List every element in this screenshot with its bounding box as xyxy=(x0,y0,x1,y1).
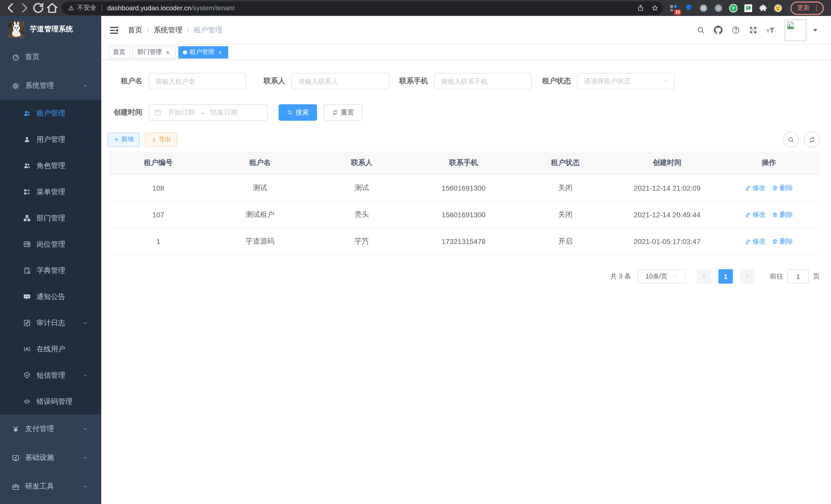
export-button[interactable]: 导出 xyxy=(145,132,177,147)
help-icon[interactable] xyxy=(731,26,740,34)
goto-label: 前往 xyxy=(770,272,783,281)
sidebar-item[interactable]: 角色管理 xyxy=(0,153,101,179)
sidebar-item[interactable]: 部门管理 xyxy=(0,205,101,231)
breadcrumb-item[interactable]: 系统管理 xyxy=(154,25,182,35)
bookmark-star-icon[interactable] xyxy=(651,4,659,12)
search-input[interactable] xyxy=(434,73,532,89)
browser-home-icon[interactable] xyxy=(45,1,59,15)
column-header: 租户名 xyxy=(209,152,311,174)
chevron-up-icon xyxy=(82,83,88,89)
sidebar-item[interactable]: 在线用户 xyxy=(0,336,101,362)
sidebar-toggle-icon[interactable] xyxy=(109,25,119,35)
refresh-table-button[interactable] xyxy=(804,131,820,147)
sidebar-item[interactable]: 通知公告 xyxy=(0,284,101,310)
sidebar-item[interactable]: 系统管理 xyxy=(0,71,101,100)
date-range-picker[interactable]: 开始日期 - 结束日期 xyxy=(148,104,268,121)
extension-record-icon[interactable] xyxy=(714,3,723,12)
svg-text:T: T xyxy=(767,29,770,34)
not-secure-label[interactable]: 不安全 xyxy=(77,4,96,12)
goto-page-input[interactable] xyxy=(787,269,809,284)
search-input[interactable] xyxy=(291,73,389,89)
breadcrumb-item[interactable]: 首页 xyxy=(128,25,142,35)
add-button[interactable]: 新增 xyxy=(107,132,140,147)
browser-forward-icon[interactable] xyxy=(18,1,31,15)
edit-link[interactable]: 修改 xyxy=(745,237,766,246)
page-size-select[interactable]: 10条/页 xyxy=(637,269,686,284)
tags-view-bar: 首页部门管理×租户管理× xyxy=(101,45,831,60)
cell-id: 1 xyxy=(107,228,209,255)
edit-link[interactable]: 修改 xyxy=(745,210,766,219)
cell-actions: 修改删除 xyxy=(718,174,820,201)
search-input[interactable] xyxy=(148,73,246,89)
delete-link[interactable]: 删除 xyxy=(772,183,793,192)
sidebar-item-label: 错误码管理 xyxy=(36,397,94,406)
extension-command-icon[interactable]: ⌘ xyxy=(699,3,708,12)
table-toolbar: 新增 导出 xyxy=(107,131,820,147)
tab-active[interactable]: 租户管理× xyxy=(178,46,228,58)
sidebar-item-label: 短信管理 xyxy=(36,371,82,380)
font-size-icon[interactable]: TT xyxy=(766,25,776,35)
browser-back-icon[interactable] xyxy=(4,1,18,15)
chevron-down-icon xyxy=(82,320,88,326)
delete-link[interactable]: 删除 xyxy=(772,210,793,219)
toggle-search-button[interactable] xyxy=(783,131,799,147)
reset-button[interactable]: 重置 xyxy=(324,104,362,121)
sidebar-item[interactable]: 短信管理 xyxy=(0,362,101,388)
top-navbar: 首页/系统管理/租户管理 TT xyxy=(101,16,831,45)
chevron-down-icon xyxy=(82,455,88,461)
sidebar-logo[interactable]: 芋道管理系统 xyxy=(0,16,101,42)
tenant-status-select[interactable]: 请选择租户状态 xyxy=(577,73,675,89)
edit-label: 修改 xyxy=(752,210,766,219)
avatar-caret-down-icon[interactable] xyxy=(811,26,820,34)
extension-chat-icon[interactable] xyxy=(744,3,753,12)
tab-close-icon[interactable]: × xyxy=(217,49,224,55)
sidebar-item[interactable]: 错误码管理 xyxy=(0,388,101,415)
header-search-icon[interactable] xyxy=(696,26,705,34)
extensions-puzzle-icon[interactable] xyxy=(758,3,768,12)
browser-menu-dots-icon[interactable] xyxy=(812,4,820,12)
sidebar-item[interactable]: 用户管理 xyxy=(0,126,101,153)
browser-toolbar: 不安全 dashboard.yudao.iocoder.cn/system/te… xyxy=(0,0,831,16)
browser-update-button[interactable]: 更新 xyxy=(791,1,824,14)
sidebar-item[interactable]: 研发工具 xyxy=(0,472,101,501)
tab-item[interactable]: 首页 xyxy=(109,46,130,58)
fullscreen-icon[interactable] xyxy=(749,26,757,34)
browser-profile-avatar[interactable] xyxy=(773,3,783,12)
cell-name: 芋道源码 xyxy=(209,228,311,255)
share-icon[interactable] xyxy=(637,4,644,12)
sidebar-item-label: 通知公告 xyxy=(36,292,94,301)
sidebar-item[interactable]: 首页 xyxy=(0,42,101,71)
extension-balloon-icon[interactable] xyxy=(684,3,693,12)
update-label: 更新 xyxy=(797,4,810,12)
sidebar-item[interactable]: 菜单管理 xyxy=(0,179,101,205)
sidebar-item[interactable]: 字典管理 xyxy=(0,258,101,284)
sidebar-item-label: 在线用户 xyxy=(36,345,94,354)
sidebar-item[interactable]: 岗位管理 xyxy=(0,231,101,258)
browser-reload-icon[interactable] xyxy=(31,1,45,15)
svg-text:⌘: ⌘ xyxy=(701,5,706,11)
sidebar-item-label: 审计日志 xyxy=(36,318,82,328)
extension-y-icon[interactable]: Y xyxy=(729,3,738,12)
page-content: 租户名联系人联系手机租户状态请选择租户状态 创建时间 开始日期 - 结束日期 xyxy=(101,60,831,504)
sidebar-item[interactable]: 支付管理 xyxy=(0,415,101,443)
broken-image-icon xyxy=(786,20,796,30)
user-avatar[interactable] xyxy=(785,19,806,41)
next-page-button[interactable] xyxy=(740,269,754,284)
url-host: dashboard.yudao.iocoder.cn xyxy=(107,4,191,12)
prev-page-button[interactable] xyxy=(697,269,711,284)
sidebar-item[interactable]: 审计日志 xyxy=(0,310,101,336)
tab-item[interactable]: 部门管理× xyxy=(133,46,176,58)
edit-link[interactable]: 修改 xyxy=(745,183,766,192)
search-field-label: 联系手机 xyxy=(393,77,434,86)
address-bar[interactable]: 不安全 dashboard.yudao.iocoder.cn/system/te… xyxy=(62,1,663,14)
github-icon[interactable] xyxy=(714,26,722,34)
extension-grid-icon[interactable]: 10 xyxy=(669,3,678,12)
tab-close-icon[interactable]: × xyxy=(165,49,171,55)
sidebar-item[interactable]: 基础设施 xyxy=(0,443,101,472)
edit-icon xyxy=(745,238,751,244)
sidebar-item[interactable]: 租户管理 xyxy=(0,100,101,126)
navbar-actions: TT xyxy=(696,19,820,41)
search-button[interactable]: 搜索 xyxy=(279,104,317,121)
page-number-button[interactable]: 1 xyxy=(718,269,733,284)
delete-link[interactable]: 删除 xyxy=(772,237,793,246)
